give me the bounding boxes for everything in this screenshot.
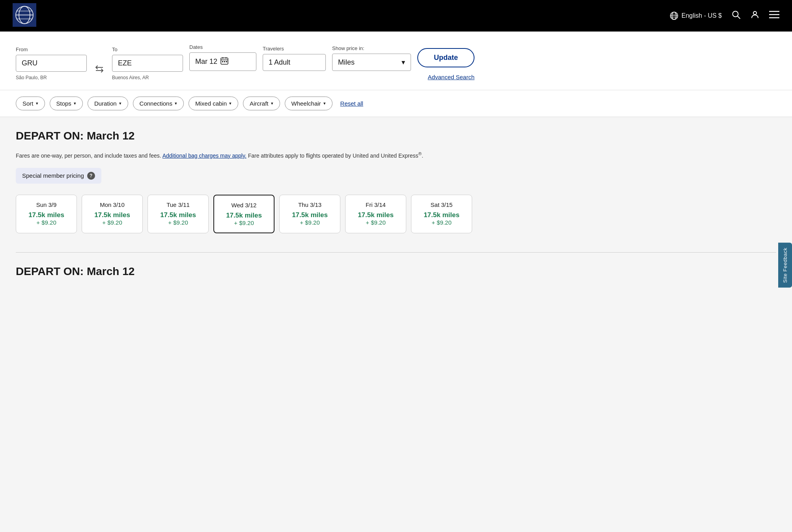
date-card[interactable]: Wed 3/1217.5k miles+ $9.20: [213, 195, 275, 233]
search-section: From São Paulo, BR To Buenos Aires, AR D…: [0, 32, 792, 90]
bag-charges-link[interactable]: Additional bag charges may apply.: [163, 153, 247, 159]
search-icon[interactable]: [731, 10, 741, 22]
date-card-fee: + $9.20: [219, 219, 269, 226]
filter-section: Sort ▾ Stops ▾ Duration ▾ Connections ▾ …: [0, 90, 792, 117]
to-input[interactable]: [112, 55, 183, 72]
member-pricing-label: Special member pricing: [22, 172, 84, 179]
svg-point-13: [753, 11, 757, 15]
from-hint: São Paulo, BR: [16, 75, 87, 80]
member-pricing-badge: Special member pricing ?: [16, 168, 101, 184]
swap-button[interactable]: [93, 63, 106, 77]
date-card-fee: + $9.20: [21, 219, 72, 226]
site-feedback-button[interactable]: Site Feedback: [778, 243, 792, 288]
from-label: From: [16, 47, 87, 52]
date-card[interactable]: Mon 3/1017.5k miles+ $9.20: [82, 195, 143, 233]
aircraft-chevron-icon: ▾: [271, 101, 273, 106]
travelers-input[interactable]: 1 Adult: [263, 54, 326, 71]
date-card-miles: 17.5k miles: [153, 211, 204, 219]
wheelchair-chevron-icon: ▾: [323, 101, 326, 106]
feedback-label: Site Feedback: [782, 247, 788, 283]
language-selector[interactable]: English - US $: [670, 11, 722, 20]
svg-rect-23: [222, 61, 223, 62]
trademark: ®: [418, 151, 422, 156]
from-input[interactable]: [16, 55, 87, 72]
date-card-miles: 17.5k miles: [284, 211, 335, 219]
connections-label: Connections: [140, 100, 172, 107]
depart-title-2: DEPART ON: March 12: [16, 265, 776, 278]
price-select[interactable]: Miles ▾: [332, 54, 411, 71]
date-card[interactable]: Sat 3/1517.5k miles+ $9.20: [411, 195, 472, 233]
date-card-label: Sat 3/15: [416, 201, 467, 208]
wheelchair-label: Wheelchair: [291, 100, 321, 107]
user-icon[interactable]: [750, 10, 760, 22]
to-field-group: To Buenos Aires, AR: [112, 47, 183, 80]
date-cards: Sun 3/917.5k miles+ $9.20Mon 3/1017.5k m…: [16, 195, 776, 236]
svg-rect-25: [226, 61, 227, 62]
to-label: To: [112, 47, 183, 52]
sort-chevron-icon: ▾: [36, 101, 38, 106]
from-field-group: From São Paulo, BR: [16, 47, 87, 80]
duration-chevron-icon: ▾: [119, 101, 121, 106]
date-card-miles: 17.5k miles: [87, 211, 138, 219]
dates-field-group: Dates Mar 12: [189, 44, 256, 80]
aircraft-filter[interactable]: Aircraft ▾: [243, 97, 280, 110]
svg-line-12: [738, 16, 740, 19]
date-card-label: Wed 3/12: [219, 202, 269, 208]
fare-period: .: [422, 153, 423, 159]
dates-input[interactable]: Mar 12: [189, 52, 256, 71]
date-card-fee: + $9.20: [284, 219, 335, 226]
main-content: DEPART ON: March 12 Fares are one-way, p…: [0, 117, 792, 290]
date-card-miles: 17.5k miles: [416, 211, 467, 219]
date-card-fee: + $9.20: [87, 219, 138, 226]
stops-label: Stops: [56, 100, 71, 107]
price-field-group: Show price in: Miles ▾: [332, 45, 411, 80]
date-card-fee: + $9.20: [153, 219, 204, 226]
menu-icon[interactable]: [769, 10, 779, 21]
page-header: English - US $: [0, 0, 792, 32]
stops-filter[interactable]: Stops ▾: [50, 97, 83, 110]
fare-note2: Fare attributes apply to flights operate…: [248, 153, 418, 159]
reset-all-button[interactable]: Reset all: [340, 100, 363, 107]
date-card[interactable]: Fri 3/1417.5k miles+ $9.20: [345, 195, 406, 233]
date-card-label: Tue 3/11: [153, 201, 204, 208]
advanced-search-button[interactable]: Advanced Search: [428, 74, 474, 80]
mixed-cabin-chevron-icon: ▾: [229, 101, 232, 106]
sort-filter[interactable]: Sort ▾: [16, 97, 45, 110]
date-card[interactable]: Thu 3/1317.5k miles+ $9.20: [279, 195, 340, 233]
date-card-miles: 17.5k miles: [21, 211, 72, 219]
mixed-cabin-label: Mixed cabin: [195, 100, 227, 107]
date-card-fee: + $9.20: [350, 219, 401, 226]
mixed-cabin-filter[interactable]: Mixed cabin ▾: [189, 97, 238, 110]
connections-filter[interactable]: Connections ▾: [133, 97, 184, 110]
duration-filter[interactable]: Duration ▾: [88, 97, 128, 110]
update-group: Update Advanced Search: [417, 48, 474, 80]
wheelchair-filter[interactable]: Wheelchair ▾: [285, 97, 332, 110]
travelers-label: Travelers: [263, 46, 326, 52]
dates-value: Mar 12: [195, 58, 217, 66]
chevron-down-icon: ▾: [402, 58, 405, 67]
depart-title: DEPART ON: March 12: [16, 130, 776, 142]
duration-label: Duration: [94, 100, 117, 107]
date-card-miles: 17.5k miles: [219, 212, 269, 219]
date-card-label: Sun 3/9: [21, 201, 72, 208]
to-hint: Buenos Aires, AR: [112, 75, 183, 80]
date-card[interactable]: Sun 3/917.5k miles+ $9.20: [16, 195, 77, 233]
logo[interactable]: [13, 3, 36, 28]
sort-label: Sort: [22, 100, 34, 107]
section-divider: [16, 252, 776, 253]
help-icon[interactable]: ?: [87, 172, 95, 180]
search-form: From São Paulo, BR To Buenos Aires, AR D…: [16, 44, 776, 80]
update-button[interactable]: Update: [417, 48, 474, 67]
connections-chevron-icon: ▾: [175, 101, 177, 106]
date-card-label: Thu 3/13: [284, 201, 335, 208]
date-card-fee: + $9.20: [416, 219, 467, 226]
date-card[interactable]: Tue 3/1117.5k miles+ $9.20: [148, 195, 209, 233]
aircraft-label: Aircraft: [250, 100, 269, 107]
fare-note-text: Fares are one-way, per person, and inclu…: [16, 153, 161, 159]
price-value: Miles: [338, 58, 355, 67]
dates-label: Dates: [189, 44, 256, 50]
price-label: Show price in:: [332, 45, 411, 51]
fare-note: Fares are one-way, per person, and inclu…: [16, 150, 776, 160]
language-label: English - US $: [682, 12, 722, 19]
header-right: English - US $: [670, 10, 779, 22]
